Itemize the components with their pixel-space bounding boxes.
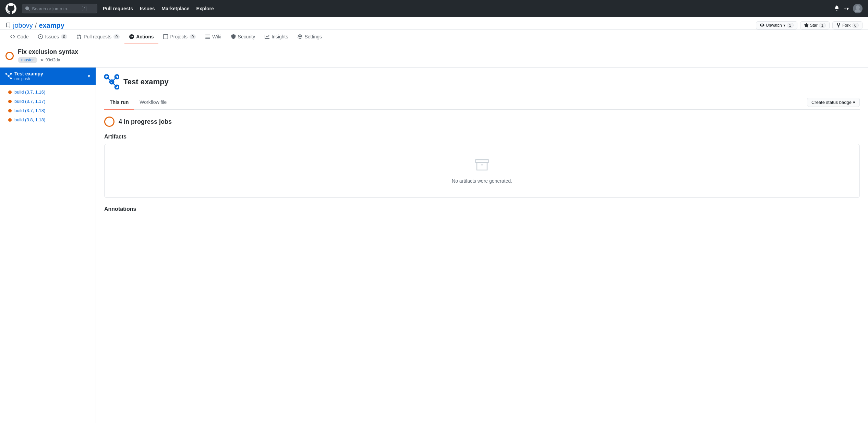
svg-rect-15 — [476, 160, 489, 162]
svg-line-12 — [107, 77, 112, 82]
repo-header: jobovy / exampy Unwatch ▾ 1 Star 1 Fork … — [0, 17, 868, 30]
workflow-title: Test exampy — [123, 77, 169, 86]
job-status-dot — [8, 109, 12, 112]
search-bar[interactable]: / — [22, 4, 97, 13]
nav-settings[interactable]: Settings — [293, 30, 327, 44]
svg-line-5 — [6, 74, 9, 76]
status-section: 4 in progress jobs — [104, 110, 860, 134]
nav-pull-requests[interactable]: Pull requests 0 — [72, 30, 124, 44]
repo-separator: / — [35, 22, 37, 29]
list-item[interactable]: build (3.7, 1.16) — [0, 87, 96, 97]
workflow-icon — [5, 73, 12, 79]
star-icon — [804, 23, 809, 28]
run-summary-info: Fix exclusion syntax master 93cf2da — [18, 48, 78, 63]
fork-icon — [836, 23, 841, 28]
status-ring-icon — [104, 117, 114, 127]
notifications-icon[interactable] — [834, 5, 840, 12]
svg-line-7 — [9, 76, 11, 78]
sidebar-jobs-list: build (3.7, 1.16) build (3.7, 1.17) buil… — [0, 85, 96, 127]
annotations-title: Annotations — [104, 206, 860, 212]
annotations-section: Annotations — [104, 206, 860, 212]
run-status-icon — [5, 52, 14, 60]
list-item[interactable]: build (3.8, 1.18) — [0, 115, 96, 124]
sidebar-workflow-item[interactable]: Test exampy on: push ▾ — [0, 68, 96, 85]
security-icon — [231, 34, 236, 39]
svg-point-0 — [856, 5, 860, 9]
wiki-icon — [205, 34, 210, 39]
sidebar-workflow-sub: on: push — [14, 76, 43, 81]
sidebar: Test exampy on: push ▾ build (3.7, 1.16)… — [0, 68, 96, 423]
unwatch-button[interactable]: Unwatch ▾ 1 — [756, 21, 797, 29]
list-item[interactable]: build (3.7, 1.17) — [0, 97, 96, 106]
repo-title: jobovy / exampy — [5, 22, 64, 29]
job-status-dot — [8, 118, 12, 122]
navbar: / Pull requests Issues Marketplace Explo… — [0, 0, 868, 17]
content-tabs-row: This run Workflow file Create status bad… — [104, 95, 860, 110]
user-avatar[interactable] — [853, 4, 863, 13]
nav-issues[interactable]: Issues 0 — [33, 30, 72, 44]
nav-wiki[interactable]: Wiki — [201, 30, 226, 44]
fork-button[interactable]: Fork 0 — [832, 21, 863, 29]
commit-icon — [40, 58, 44, 62]
create-status-badge-button[interactable]: Create status badge ▾ — [807, 98, 860, 107]
insights-icon — [265, 34, 269, 39]
slash-key-hint: / — [82, 6, 86, 11]
plus-menu[interactable]: +▾ — [844, 6, 849, 11]
actions-icon — [129, 34, 134, 39]
search-icon — [25, 6, 30, 11]
svg-line-14 — [112, 82, 117, 87]
repo-name-link[interactable]: exampy — [39, 22, 64, 29]
nav-explore[interactable]: Explore — [196, 6, 214, 11]
run-branch-badge[interactable]: master — [18, 57, 37, 63]
job-status-dot — [8, 100, 12, 103]
content-panel: Test exampy This run Workflow file Creat… — [96, 68, 868, 423]
box-icon — [111, 158, 853, 175]
status-text: 4 in progress jobs — [119, 118, 172, 125]
nav-security[interactable]: Security — [226, 30, 260, 44]
repo-nav: Code Issues 0 Pull requests 0 Actions Pr… — [0, 30, 868, 44]
artifacts-box: No artifacts were generated. — [104, 144, 860, 198]
content-tabs: This run Workflow file — [104, 95, 807, 109]
nav-projects[interactable]: Projects 0 — [158, 30, 201, 44]
nav-code[interactable]: Code — [5, 30, 33, 44]
run-commit: 93cf2da — [40, 58, 60, 62]
pr-icon — [77, 34, 82, 39]
code-icon — [10, 34, 15, 39]
nav-issues[interactable]: Issues — [140, 6, 155, 11]
workflow-run-icon — [104, 74, 119, 89]
repo-icon — [5, 23, 11, 28]
workflow-header: Test exampy — [104, 74, 860, 95]
nav-pull-requests[interactable]: Pull requests — [103, 6, 133, 11]
run-summary-bar: Fix exclusion syntax master 93cf2da — [0, 44, 868, 68]
svg-line-13 — [112, 77, 117, 82]
repo-actions: Unwatch ▾ 1 Star 1 Fork 0 — [756, 21, 863, 29]
run-summary-title: Fix exclusion syntax — [18, 48, 78, 55]
job-status-dot — [8, 90, 12, 94]
artifacts-empty-text: No artifacts were generated. — [111, 178, 853, 184]
nav-marketplace[interactable]: Marketplace — [162, 6, 190, 11]
artifacts-title: Artifacts — [104, 134, 860, 140]
artifacts-section: Artifacts No artifacts were generated. — [104, 134, 860, 198]
github-logo-icon[interactable] — [5, 3, 16, 14]
search-input[interactable] — [32, 6, 80, 11]
settings-icon — [298, 34, 302, 39]
navbar-right: +▾ — [834, 4, 863, 13]
star-button[interactable]: Star 1 — [800, 21, 830, 29]
sidebar-workflow-info: Test exampy on: push — [14, 71, 43, 81]
projects-icon — [163, 34, 168, 39]
navbar-links: Pull requests Issues Marketplace Explore — [103, 6, 214, 11]
chevron-down-icon: ▾ — [853, 100, 855, 105]
issues-icon — [38, 34, 43, 39]
tab-this-run[interactable]: This run — [104, 95, 134, 110]
chevron-down-icon: ▾ — [88, 73, 90, 79]
sidebar-workflow-title: Test exampy — [14, 71, 43, 76]
nav-actions[interactable]: Actions — [124, 30, 158, 44]
eye-icon — [760, 23, 764, 28]
repo-owner-link[interactable]: jobovy — [13, 22, 33, 29]
tab-workflow-file[interactable]: Workflow file — [134, 95, 172, 110]
svg-line-6 — [9, 74, 11, 76]
main-container: Test exampy on: push ▾ build (3.7, 1.16)… — [0, 68, 868, 423]
nav-insights[interactable]: Insights — [260, 30, 293, 44]
list-item[interactable]: build (3.7, 1.18) — [0, 106, 96, 115]
